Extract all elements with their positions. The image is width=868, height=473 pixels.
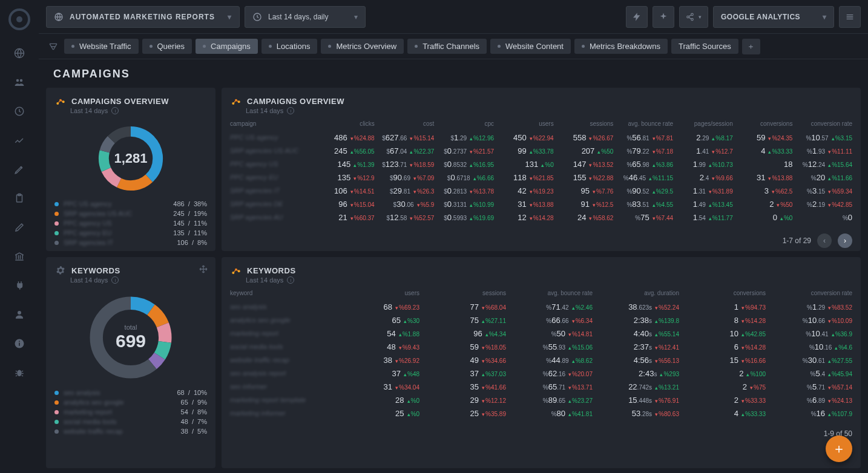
tab-locations[interactable]: Locations (261, 39, 318, 54)
column-header: cost (375, 120, 435, 127)
metric-cell: %12.24▴%15.64 (792, 160, 852, 169)
metric-cell: 3▾%62.5 (733, 186, 793, 195)
metric-cell: 49▾%34.66 (419, 356, 506, 365)
metric-cell: %80▴%41.81 (506, 409, 593, 418)
date-range-selector[interactable]: Last 14 days, daily ▾ (245, 6, 366, 28)
pager-label: 1-7 of 29 (783, 236, 811, 245)
metric-cell: 2.29▴%8.17 (673, 133, 733, 142)
info-icon[interactable] (13, 338, 25, 350)
metric-cell: 1.31▾%31.89 (673, 186, 733, 195)
metric-cell: %10.66▾%10.09 (766, 316, 852, 325)
tab-traffic-channels[interactable]: Traffic Channels (407, 39, 487, 54)
metric-cell: 2▴%100 (679, 369, 766, 378)
table-row[interactable]: seo analysis report37▴%4837▴%37.03%62.16… (230, 367, 852, 380)
gear-icon[interactable] (56, 266, 65, 275)
metric-cell: 37▴%48 (333, 369, 419, 378)
column-header: users (494, 120, 554, 127)
share-button[interactable]: ▾ (679, 6, 708, 28)
metric-cell: 29▾%12.12 (419, 396, 506, 405)
metric-cell: $67.04▴%22.37 (375, 146, 435, 155)
sparkle-button[interactable] (653, 6, 674, 28)
metric-cell: 91▾%12.5 (554, 200, 614, 209)
card-title: CAMPAIGNS OVERVIEW (247, 97, 344, 106)
column-header: sessions (554, 120, 614, 127)
donut-total: 699 (116, 331, 146, 351)
table-row[interactable]: analytics seo google65▴%3075▴%27.11%66.6… (230, 313, 852, 327)
metric-cell: %30.61▴%27.55 (766, 356, 852, 365)
table-row[interactable]: seo informer31▾%34.0435▾%41.66%65.71▾%13… (230, 380, 852, 393)
column-header: clicks (315, 120, 375, 127)
table-row[interactable]: PPC agency US145▴%1.39$123.71▾%18.59$0.8… (230, 157, 852, 171)
tab-traffic-sources[interactable]: Traffic Sources (671, 39, 738, 54)
data-source-selector[interactable]: GOOGLE ANALYTICS ▾ (713, 6, 834, 28)
table-row[interactable]: marketing report54▴%1.8896▴%4.34%50▾%14.… (230, 327, 852, 340)
pencil-icon[interactable] (13, 163, 25, 175)
chart-line-icon[interactable] (13, 134, 25, 146)
refresh-icon[interactable] (13, 105, 25, 117)
globe-icon[interactable] (13, 47, 25, 59)
tab-website-traffic[interactable]: Website Traffic (64, 39, 139, 54)
metric-cell: $12.58▾%52.57 (375, 213, 435, 222)
metric-cell: 2.4▾%9.66 (673, 173, 733, 182)
user-icon[interactable] (13, 308, 25, 321)
funnel-icon[interactable] (46, 42, 61, 51)
table-row[interactable]: SRP agencies IT106▾%14.51$29.81▾%26.3$0.… (230, 184, 852, 197)
svg-point-1 (16, 79, 19, 82)
table-row[interactable]: social media tools48▾%9.4359▾%18.05%55.9… (230, 340, 852, 353)
info-icon[interactable]: i (111, 107, 119, 114)
table-row[interactable]: marketing report template28▴%029▾%12.12%… (230, 393, 852, 406)
bank-icon[interactable] (13, 250, 25, 263)
table-row[interactable]: PPC US agency486▾%24.88$627.66▾%15.14$1.… (230, 131, 852, 144)
info-icon[interactable]: i (287, 276, 294, 284)
add-fab-button[interactable]: ＋ (826, 435, 852, 462)
metric-cell: 15.448s▾%76.91 (593, 396, 679, 405)
pager-next-button[interactable]: › (838, 233, 852, 248)
metric-cell: 15▾%16.66 (679, 356, 766, 365)
clock-icon (252, 12, 262, 22)
metric-cell: 12▾%14.28 (494, 213, 554, 222)
table-row[interactable]: marketing informer25▴%025▾%35.89%80▴%41.… (230, 406, 852, 420)
chevron-down-icon: ▾ (228, 13, 232, 21)
keywords-donut-chart: total699 (85, 292, 176, 383)
edit-icon[interactable] (13, 221, 25, 233)
menu-button[interactable] (839, 6, 861, 28)
table-row[interactable]: SRP agencies DE96▾%15.04$30.06▾%5.9$0.31… (230, 197, 852, 210)
table-row[interactable]: website traffic recap38▾%26.9249▾%34.66%… (230, 353, 852, 367)
table-row[interactable]: seo analysis68▾%69.2377▾%68.04%71.42▴%2.… (230, 300, 852, 313)
tab-label: Traffic Channels (422, 42, 479, 51)
metric-cell: 48▾%9.43 (333, 342, 419, 351)
clipboard-icon[interactable] (13, 192, 25, 204)
bug-icon[interactable] (13, 367, 25, 379)
move-icon[interactable] (199, 264, 208, 274)
tab-label: Queries (157, 42, 185, 51)
svg-rect-9 (19, 341, 20, 342)
metric-cell: %16▴%107.9 (766, 409, 852, 418)
info-icon[interactable]: i (111, 276, 119, 284)
metric-cell: 2▾%33.33 (679, 396, 766, 405)
tab-metrics-overview[interactable]: Metrics Overview (321, 39, 404, 54)
svg-point-10 (17, 370, 22, 377)
plug-icon[interactable] (13, 279, 25, 292)
add-tab-button[interactable]: ＋ (742, 39, 760, 54)
people-icon[interactable] (13, 76, 25, 88)
pager-prev-button[interactable]: ‹ (817, 233, 832, 248)
report-selector[interactable]: AUTOMATED MARKETING REPORTS ▾ (46, 6, 240, 28)
tab-website-content[interactable]: Website Content (490, 39, 571, 54)
info-icon[interactable]: i (287, 107, 294, 114)
bolt-button[interactable] (626, 6, 648, 28)
tab-metrics-breakdowns[interactable]: Metrics Breakdowns (574, 39, 668, 54)
tab-campaigns[interactable]: Campaigns (196, 39, 258, 54)
table-row[interactable]: SRP agencies AU21▾%60.37$12.58▾%52.57$0.… (230, 210, 852, 224)
tab-queries[interactable]: Queries (142, 39, 192, 54)
metric-cell: 21▾%60.37 (315, 213, 375, 222)
table-row[interactable]: SRP agencies US AUC245▴%56.05$67.04▴%22.… (230, 144, 852, 157)
column-header: avg. bounce rate (613, 120, 673, 127)
table-row[interactable]: PPC agency EU135▾%12.9$90.69▾%7.09$0.671… (230, 171, 852, 184)
metric-cell: %46.45▴%11.15 (613, 173, 673, 182)
column-header: cpc (434, 120, 494, 127)
tab-label: Website Traffic (79, 42, 131, 51)
legend-item: social media tools48 / 7% (54, 417, 207, 426)
card-subtitle: Last 14 days (246, 107, 283, 114)
metric-cell: %5.4▴%45.94 (766, 369, 852, 378)
metric-cell: %1.29▾%83.52 (766, 302, 852, 312)
